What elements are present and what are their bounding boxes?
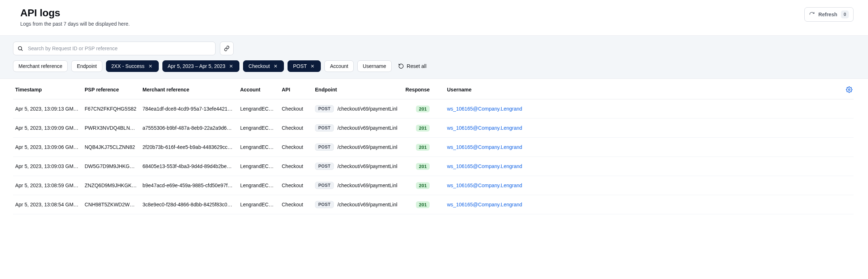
table-row[interactable]: Apr 5, 2023, 13:08:54 GMT+2CNH98T5ZKWD2W… xyxy=(13,195,854,214)
cell-endpoint: POST/checkout/v69/paymentLinks xyxy=(312,99,397,119)
col-psp-reference[interactable]: PSP reference xyxy=(82,79,140,99)
cell-username: ws_106165@Company.Lengrand xyxy=(444,195,839,214)
cell-response: 201 xyxy=(397,99,444,119)
username-link[interactable]: ws_106165@Company.Lengrand xyxy=(447,144,522,150)
logs-table-wrap: Timestamp PSP reference Merchant referen… xyxy=(0,79,868,214)
search-input[interactable] xyxy=(13,42,216,55)
refresh-icon xyxy=(809,12,815,17)
cell-response: 201 xyxy=(397,138,444,157)
endpoint-path: /checkout/v69/paymentLinks xyxy=(337,144,397,150)
cell-response: 201 xyxy=(397,119,444,138)
cell-spacer xyxy=(839,119,854,138)
table-row[interactable]: Apr 5, 2023, 13:09:03 GMT+2DW5G7D9M9JHKG… xyxy=(13,157,854,176)
close-icon[interactable] xyxy=(273,63,278,69)
reset-label: Reset all xyxy=(407,63,426,69)
filter-username[interactable]: Username xyxy=(357,60,392,72)
cell-timestamp: Apr 5, 2023, 13:09:09 GMT+2 xyxy=(13,119,82,138)
table-row[interactable]: Apr 5, 2023, 13:08:59 GMT+2ZNZQ6D9M9JHKG… xyxy=(13,176,854,195)
col-api[interactable]: API xyxy=(279,79,312,99)
col-settings xyxy=(839,79,854,99)
filter-label: 2XX - Success xyxy=(111,63,145,69)
method-pill: POST xyxy=(315,201,334,208)
col-account[interactable]: Account xyxy=(237,79,279,99)
col-response[interactable]: Response xyxy=(397,79,444,99)
username-link[interactable]: ws_106165@Company.Lengrand xyxy=(447,163,522,169)
table-row[interactable]: Apr 5, 2023, 13:09:09 GMT+2PWRX3NVDQ4BLN… xyxy=(13,119,854,138)
cell-timestamp: Apr 5, 2023, 13:09:03 GMT+2 xyxy=(13,157,82,176)
filter-label: Merchant reference xyxy=(18,63,62,69)
method-pill: POST xyxy=(315,182,334,189)
cell-psp: NQB4JKJ75CLZNN82 xyxy=(82,138,140,157)
endpoint-cell: POST/checkout/v69/paymentLinks xyxy=(315,124,394,132)
cell-spacer xyxy=(839,99,854,119)
filter-date-range[interactable]: Apr 5, 2023 – Apr 5, 2023 xyxy=(162,60,240,72)
table-row[interactable]: Apr 5, 2023, 13:09:13 GMT+2F67CN2FKFQHG5… xyxy=(13,99,854,119)
filter-label: Username xyxy=(363,63,386,69)
logs-table: Timestamp PSP reference Merchant referen… xyxy=(13,79,854,214)
cell-api: Checkout xyxy=(279,138,312,157)
filter-zone: Merchant reference Endpoint 2XX - Succes… xyxy=(0,36,868,79)
cell-psp: PWRX3NVDQ4BLNK82 xyxy=(82,119,140,138)
endpoint-cell: POST/checkout/v69/paymentLinks xyxy=(315,182,394,189)
endpoint-cell: POST/checkout/v69/paymentLinks xyxy=(315,201,394,208)
col-timestamp[interactable]: Timestamp xyxy=(13,79,82,99)
copy-link-button[interactable] xyxy=(220,42,234,55)
username-link[interactable]: ws_106165@Company.Lengrand xyxy=(447,125,522,131)
refresh-button[interactable]: Refresh 0 xyxy=(804,7,854,22)
cell-psp: DW5G7D9M9JHKGK82 xyxy=(82,157,140,176)
reset-filters-button[interactable]: Reset all xyxy=(395,60,429,72)
response-pill: 201 xyxy=(416,182,430,189)
endpoint-path: /checkout/v69/paymentLinks xyxy=(337,125,397,131)
search-box xyxy=(13,42,216,55)
filter-label: POST xyxy=(293,63,307,69)
username-link[interactable]: ws_106165@Company.Lengrand xyxy=(447,106,522,112)
response-pill: 201 xyxy=(416,125,430,132)
response-pill: 201 xyxy=(416,144,430,151)
col-endpoint[interactable]: Endpoint xyxy=(312,79,397,99)
cell-merch: 68405e13-553f-4ba3-9d4d-89d4b2be6a09 xyxy=(140,157,237,176)
filter-merchant-reference[interactable]: Merchant reference xyxy=(13,60,68,72)
refresh-count: 0 xyxy=(841,10,849,18)
col-username[interactable]: Username xyxy=(444,79,839,99)
endpoint-cell: POST/checkout/v69/paymentLinks xyxy=(315,105,394,112)
filter-status[interactable]: 2XX - Success xyxy=(106,60,159,72)
cell-account: LengrandECOM xyxy=(237,176,279,195)
cell-merch: 2f20b73b-616f-4ee5-b9ab-4483629cc84a xyxy=(140,138,237,157)
filter-chips: Merchant reference Endpoint 2XX - Succes… xyxy=(13,60,854,72)
cell-timestamp: Apr 5, 2023, 13:09:13 GMT+2 xyxy=(13,99,82,119)
endpoint-path: /checkout/v69/paymentLinks xyxy=(337,163,397,169)
endpoint-cell: POST/checkout/v69/paymentLinks xyxy=(315,163,394,170)
cell-account: LengrandECOM xyxy=(237,119,279,138)
filter-label: Account xyxy=(330,63,348,69)
username-link[interactable]: ws_106165@Company.Lengrand xyxy=(447,183,522,188)
filter-api[interactable]: Checkout xyxy=(243,60,284,72)
response-pill: 201 xyxy=(416,106,430,112)
table-row[interactable]: Apr 5, 2023, 13:09:06 GMT+2NQB4JKJ75CLZN… xyxy=(13,138,854,157)
cell-account: LengrandECOM xyxy=(237,138,279,157)
table-settings-button[interactable] xyxy=(845,85,854,94)
cell-merch: b9e47acd-e69e-459a-9885-cfd50e97f247 xyxy=(140,176,237,195)
cell-timestamp: Apr 5, 2023, 13:08:59 GMT+2 xyxy=(13,176,82,195)
cell-account: LengrandECOM xyxy=(237,99,279,119)
page-title: API logs xyxy=(20,7,130,19)
method-pill: POST xyxy=(315,143,334,151)
filter-method[interactable]: POST xyxy=(288,60,321,72)
cell-response: 201 xyxy=(397,176,444,195)
cell-merch: a7555306-b9bf-487a-8eb9-22a2a9d6d826 xyxy=(140,119,237,138)
cell-username: ws_106165@Company.Lengrand xyxy=(444,99,839,119)
cell-timestamp: Apr 5, 2023, 13:08:54 GMT+2 xyxy=(13,195,82,214)
cell-psp: ZNZQ6D9M9JHKGK82 xyxy=(82,176,140,195)
filter-endpoint[interactable]: Endpoint xyxy=(71,60,102,72)
endpoint-path: /checkout/v69/paymentLinks xyxy=(337,106,397,112)
search-icon xyxy=(17,46,23,51)
svg-line-1 xyxy=(21,50,22,51)
username-link[interactable]: ws_106165@Company.Lengrand xyxy=(447,202,522,207)
close-icon[interactable] xyxy=(228,63,234,69)
col-merchant-reference[interactable]: Merchant reference xyxy=(140,79,237,99)
close-icon[interactable] xyxy=(148,63,153,69)
cell-api: Checkout xyxy=(279,157,312,176)
cell-endpoint: POST/checkout/v69/paymentLinks xyxy=(312,119,397,138)
endpoint-path: /checkout/v69/paymentLinks xyxy=(337,202,397,207)
filter-account[interactable]: Account xyxy=(324,60,354,72)
close-icon[interactable] xyxy=(310,63,315,69)
